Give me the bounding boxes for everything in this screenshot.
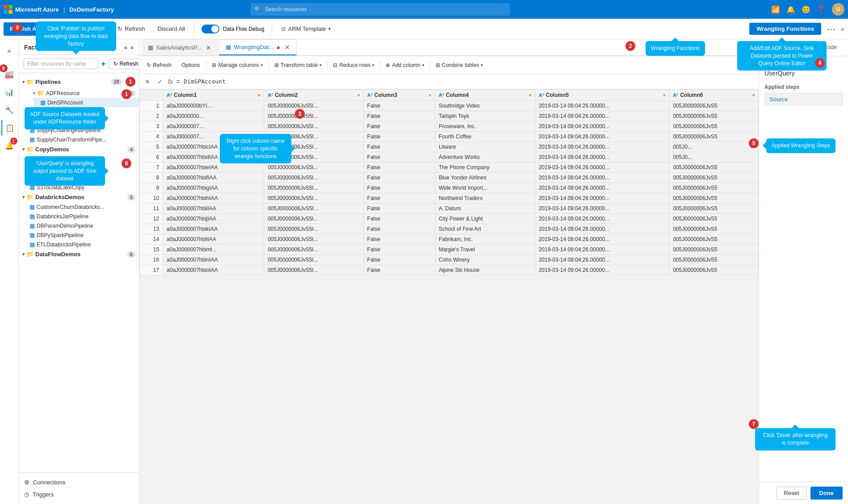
pq-refresh-button[interactable]: ↻ Refresh [142, 60, 176, 70]
formula-cancel-icon[interactable]: ✕ [143, 78, 152, 85]
tab-sales-analytics[interactable]: ▦ SalesAnalyticsP... ✕ [141, 39, 218, 55]
reduce-rows-button[interactable]: ⊟ Reduce rows ▾ [329, 60, 378, 70]
formula-value[interactable]: DimSPAccount [184, 78, 755, 85]
adf-folder-icon: 📁 [37, 90, 44, 96]
combine-tables-button[interactable]: ⊞ Combine tables ▾ [432, 60, 487, 70]
cell-c3: False [363, 193, 435, 204]
cell-c2: 005J0000006JvS5I... [264, 214, 364, 224]
col4-sort-icon[interactable]: ▾ [529, 93, 531, 98]
cell-c4: School of Fine Art [435, 224, 535, 234]
col6-sort-icon[interactable]: ▾ [752, 93, 755, 98]
tooltip-done: Click 'Done' after wrangling is complete [755, 428, 835, 450]
arm-template-button[interactable]: ⊙ ARM Template ▾ [276, 23, 336, 34]
databricks-demos-header[interactable]: ▾ 📁 DatabricksDemos 5 [19, 192, 139, 202]
discard-all-button[interactable]: Discard All [152, 23, 190, 34]
cell-c3: False [363, 132, 435, 142]
customer-churn-databricks[interactable]: ▦ CustomerChurnDatabricks... [19, 202, 139, 212]
transform-icon: ⊞ [274, 62, 279, 68]
manage-col-chevron: ▾ [261, 63, 263, 67]
smiley-icon[interactable]: 😊 [802, 5, 810, 14]
sidebar-refresh-button[interactable]: ↻ Refresh [109, 58, 139, 69]
col5-header[interactable]: Aᶜ Column5 ▾ [535, 90, 669, 101]
search-bar[interactable]: 🔍 [251, 3, 510, 16]
main-layout: » 8 🏭 📊 🔧 📋 1 🔔 Factory Resources « » + … [0, 39, 848, 504]
done-button[interactable]: Done [810, 487, 843, 500]
supply-chain-transform-pipeline[interactable]: ▦ SupplyChainTransformPipe... [19, 135, 139, 144]
debug-toggle[interactable] [202, 25, 219, 33]
cell-c3: False [363, 204, 435, 214]
col4-header[interactable]: Aᶜ Column4 ▾ [435, 90, 535, 101]
refresh-button[interactable]: ↻ Refresh [112, 23, 151, 34]
cell-c5: 2019-03-14 09:04:26.00000... [535, 173, 669, 183]
icon-bar-item-1[interactable]: 8 🏭 [1, 66, 17, 82]
brand-ms-label: Microsoft Azure [15, 6, 59, 13]
copy-demos-header[interactable]: ▾ 📁 CopyDemos 4 [19, 144, 139, 154]
table-row: 16 a0aJ0000007hbinIAA 005J0000006JvS5I..… [140, 255, 759, 265]
add-resource-button[interactable]: + [101, 59, 106, 69]
triggers-item[interactable]: ◷ Triggers [19, 488, 139, 500]
source-step[interactable]: Source [764, 93, 843, 106]
cell-c1: a0aJ0000000... [163, 111, 264, 121]
wrangling-functions-button[interactable]: Wrangling Functions [749, 23, 821, 35]
right-panel-content: Name UserQuery Applied steps Source [759, 56, 848, 482]
formula-confirm-icon[interactable]: ✓ [155, 78, 164, 85]
cell-c4: Fourth Coffee [435, 132, 535, 142]
cell-c6: 005J0000006JvS5 [669, 183, 759, 193]
help-icon[interactable]: ❓ [817, 5, 826, 14]
cell-c1: a0aJ0000007... [163, 121, 264, 132]
col1-sort-icon[interactable]: ▾ [258, 93, 260, 98]
cell-c4: Adventure Works [435, 152, 535, 162]
tab-wrangling-close-icon[interactable]: ✕ [285, 44, 290, 51]
search-icon: 🔍 [254, 6, 261, 12]
manage-columns-button[interactable]: ⊞ Manage columns ▾ [208, 60, 266, 70]
cell-c6: 005J0000006JvS5 [669, 245, 759, 255]
col3-header[interactable]: Aᶜ Column3 ▾ [363, 90, 435, 101]
wifi-icon[interactable]: 📶 [771, 5, 780, 14]
col6-header[interactable]: Aᶜ Column6 ▾ [669, 90, 759, 101]
add-column-button[interactable]: ⊕ Add column ▾ [382, 60, 428, 70]
collapse-panel-icon[interactable]: « [841, 25, 844, 33]
databricks-jar-pipeline[interactable]: ▦ DatabricksJarPipeline [19, 212, 139, 221]
table-row: 15 a0aJ0000007hbiml... 005J0000006JvS5I.… [140, 245, 759, 255]
tab-sales-close-icon[interactable]: ✕ [206, 44, 211, 51]
row-num: 3 [140, 121, 163, 132]
db-param-demo[interactable]: ▦ DBParamDemoPipeline [19, 221, 139, 230]
icon-bar-item-3[interactable]: 🔧 [1, 102, 17, 118]
dataflow-demos-header[interactable]: ▾ 📁 DataFlowDemos 6 [19, 249, 139, 259]
row-num: 17 [140, 265, 163, 275]
filter-input[interactable] [23, 58, 98, 69]
icon-bar-item-5[interactable]: 1 🔔 [1, 137, 17, 154]
icon-bar-item-2[interactable]: 📊 [1, 84, 17, 100]
reduce-icon: ⊟ [333, 62, 337, 68]
transform-table-button[interactable]: ⊞ Transform table ▾ [271, 60, 326, 70]
col1-header[interactable]: Aᶜ Column1 ▾ [163, 90, 264, 101]
db-py-spark[interactable]: ▦ DBPySparkPipeline [19, 230, 139, 240]
connections-item[interactable]: ⚙ Connections [19, 476, 139, 488]
tab-wrangling-icon: ▦ [226, 44, 231, 50]
etl-databricks[interactable]: ▦ ETLDatabricksPipeline [19, 240, 139, 249]
ellipsis-button[interactable]: ⋯ [825, 24, 837, 34]
icon-bar-expand[interactable]: » [1, 43, 17, 59]
dim-sp-account-item[interactable]: ▦ DimSPAccount [33, 98, 139, 107]
cell-c3: False [363, 234, 435, 245]
transform-chevron: ▾ [319, 63, 322, 67]
toolbar-end: Wrangling Functions ⋯ « [749, 23, 844, 35]
tooltip-publish: Click 'Publish' to publish wrangling dat… [36, 21, 116, 51]
pipelines-section-header[interactable]: ▾ 📁 Pipelines 28 1 [19, 75, 139, 88]
cell-c5: 2019-03-14 09:04:26.00000... [535, 193, 669, 204]
col2-header[interactable]: Aᶜ Column2 ▾ [264, 90, 364, 101]
bell-icon[interactable]: 🔔 [786, 5, 795, 14]
db-param-label: DBParamDemoPipeline [37, 223, 93, 229]
col3-sort-icon[interactable]: ▾ [429, 93, 431, 98]
tab-wrangling-data[interactable]: ▦ WranglingDat... ● ✕ [219, 39, 297, 55]
avatar[interactable]: U [832, 3, 844, 16]
reset-button[interactable]: Reset [777, 487, 807, 500]
cell-c3: False [363, 265, 435, 275]
pq-options-button[interactable]: Options [177, 60, 204, 70]
sidebar-collapse-icon[interactable]: » [130, 44, 134, 51]
col2-sort-icon[interactable]: ▾ [357, 93, 360, 98]
search-input[interactable] [251, 3, 510, 16]
col5-sort-icon[interactable]: ▾ [663, 93, 665, 98]
sidebar-collapse-left-icon[interactable]: « [124, 44, 127, 51]
icon-bar-item-4[interactable]: 📋 [1, 120, 17, 136]
